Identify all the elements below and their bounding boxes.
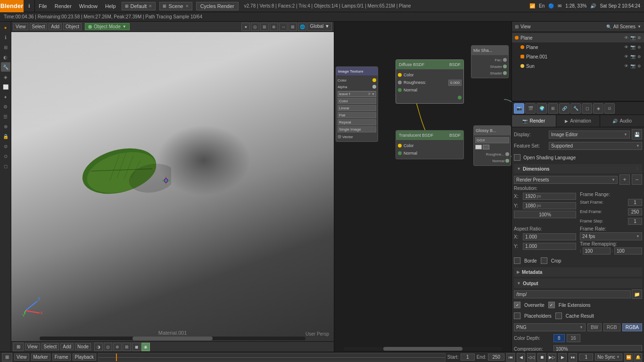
- output-header[interactable]: ▼ Output: [514, 279, 642, 288]
- timeline-icon-r2[interactable]: 🔔: [634, 353, 642, 362]
- sidebar-icon-15[interactable]: ◻: [1, 161, 10, 171]
- view-menu-icon[interactable]: ⊞: [13, 343, 24, 351]
- compression-value[interactable]: 100%: [553, 345, 642, 352]
- scene-close[interactable]: ✕: [185, 4, 189, 8]
- viewport-scrollbar-x[interactable]: [40, 337, 305, 340]
- node-editor-content[interactable]: Image Texture Color Alpha le: [334, 22, 512, 352]
- menu-window[interactable]: Window: [75, 0, 101, 12]
- frame-step-value[interactable]: 1: [628, 218, 642, 225]
- time-remap-new[interactable]: 100: [614, 247, 642, 255]
- it-repeat[interactable]: Repeat: [338, 119, 376, 125]
- playback-jump-start[interactable]: ⏮: [506, 353, 515, 362]
- sidebar-icon-10[interactable]: ☰: [1, 112, 10, 121]
- vp-icon-5[interactable]: ↔: [279, 23, 288, 31]
- timeline-icon[interactable]: ⊞: [2, 353, 12, 362]
- sidebar-icon-11[interactable]: ⊕: [1, 122, 10, 131]
- crop-checkbox[interactable]: [541, 257, 547, 264]
- scene-item-plane-root[interactable]: Plane 👁 📷 ⊕: [512, 33, 644, 42]
- search-icon[interactable]: 🔍: [606, 25, 611, 29]
- playback-play-back[interactable]: ◁◁: [527, 353, 536, 362]
- prop-icon-object[interactable]: ⊞: [548, 103, 558, 114]
- image-texture-panel[interactable]: Image Texture Color Alpha le: [336, 66, 378, 142]
- prop-icon-modifier[interactable]: 🔧: [570, 103, 581, 114]
- rgb-btn[interactable]: RGB: [603, 323, 620, 331]
- res-y-value[interactable]: 1080 px: [523, 202, 576, 209]
- timeline-frame-menu[interactable]: Frame: [52, 354, 71, 361]
- scene-selector[interactable]: ⊞ Scene ✕: [159, 2, 192, 10]
- sidebar-icon-6[interactable]: ◈: [1, 72, 10, 82]
- file-ext-checkbox[interactable]: ✓: [548, 302, 555, 308]
- color-depth-16[interactable]: 16: [567, 334, 580, 342]
- bottom-add-menu[interactable]: Add: [60, 343, 74, 350]
- sidebar-icon-4[interactable]: ◐: [1, 52, 10, 62]
- it-single-image[interactable]: Single Image: [338, 126, 376, 132]
- playback-prev-frame[interactable]: ◀: [517, 353, 525, 362]
- select-menu[interactable]: Select: [30, 23, 48, 30]
- it-leaf-btn[interactable]: leave f F ▼: [338, 91, 376, 97]
- sidebar-icon-5[interactable]: 🔧: [1, 62, 10, 72]
- rgba-btn[interactable]: RGBA: [622, 323, 642, 331]
- prop-icon-constraint[interactable]: 🔗: [559, 103, 570, 114]
- bottom-select-menu[interactable]: Select: [41, 343, 59, 350]
- timeline-icon-r1[interactable]: ⏩: [624, 353, 633, 362]
- node-scrollbar-x[interactable]: [344, 347, 502, 351]
- viewport-render[interactable]: Z X Y User Persp Material.001: [11, 32, 334, 341]
- all-scenes-label[interactable]: All Scenes: [613, 24, 636, 29]
- frame-number-field[interactable]: 1: [579, 354, 593, 361]
- global-selector[interactable]: Global ▼: [307, 23, 332, 31]
- vp-icon-7[interactable]: 🌐: [298, 23, 306, 31]
- prop-icon-render[interactable]: 📷: [514, 103, 524, 114]
- end-frame-value[interactable]: 250: [628, 208, 642, 215]
- playback-next-frame[interactable]: ▶: [558, 353, 567, 362]
- open-shading-checkbox[interactable]: [514, 154, 520, 161]
- bw-btn[interactable]: BW: [587, 323, 602, 331]
- bottom-node-menu[interactable]: Node: [75, 343, 91, 350]
- node-icon-3[interactable]: ⊕: [113, 343, 122, 351]
- dimensions-header[interactable]: ▼ Dimensions ⋮: [514, 164, 642, 173]
- output-folder-btn[interactable]: 📁: [632, 289, 642, 299]
- playback-jump-end[interactable]: ⏭: [569, 353, 577, 362]
- sidebar-icon-7[interactable]: ⬜: [1, 82, 10, 91]
- mix-shader-node[interactable]: Mix Sha... Fac: Shader Shader: [471, 45, 509, 78]
- outliner-view-label[interactable]: View: [520, 24, 531, 29]
- sidebar-icon-2[interactable]: ℹ: [1, 33, 10, 42]
- sidebar-icon-3[interactable]: ⊞: [1, 42, 10, 52]
- sidebar-icon-9[interactable]: ⚙: [1, 102, 10, 111]
- playback-stop[interactable]: ⏹: [537, 353, 546, 362]
- sidebar-icon-14[interactable]: ⊙: [1, 151, 10, 161]
- render-presets-select[interactable]: Render Presets ▼: [514, 176, 618, 184]
- timeline-view-menu[interactable]: View: [14, 354, 29, 361]
- diffuse-bsdf-node[interactable]: Diffuse BSDF BSDF Color Roughness: 0.000: [396, 59, 464, 104]
- translucent-bsdf-node[interactable]: Translucent BSDF BSDF Color Normal: [396, 130, 464, 159]
- dimensions-more-icon[interactable]: ⋮: [635, 166, 639, 171]
- presets-add-btn[interactable]: +: [619, 174, 630, 185]
- prop-icon-particles[interactable]: ⊙: [604, 103, 615, 114]
- menu-render[interactable]: Render: [51, 0, 75, 12]
- bottom-view-menu[interactable]: View: [25, 343, 40, 350]
- prop-icon-data[interactable]: ◻: [582, 103, 592, 114]
- glossy-node[interactable]: Glossy B... GGX Roughne... N: [473, 125, 511, 166]
- timeline-marker-menu[interactable]: Marker: [31, 354, 50, 361]
- it-linear[interactable]: Linear: [338, 105, 376, 111]
- add-menu[interactable]: Add: [49, 23, 62, 30]
- color-depth-8[interactable]: 8: [553, 334, 565, 342]
- node-icon-6[interactable]: ◉: [141, 343, 150, 351]
- presets-remove-btn[interactable]: −: [632, 174, 642, 185]
- engine-selector[interactable]: Cycles Render: [196, 2, 239, 10]
- all-scenes-arrow[interactable]: ▼: [637, 25, 641, 29]
- overwrite-checkbox[interactable]: ✓: [514, 302, 520, 308]
- tab-animation[interactable]: ▶ Animation: [556, 115, 601, 127]
- node-icon-1[interactable]: ◑: [94, 343, 103, 351]
- icon-btn-info[interactable]: ℹ: [24, 0, 35, 12]
- feature-set-value[interactable]: Supported ▼: [549, 142, 642, 150]
- node-icon-4[interactable]: ⊠: [123, 343, 131, 351]
- sidebar-icon-1[interactable]: ●: [1, 23, 10, 32]
- start-value[interactable]: 1: [461, 354, 475, 361]
- display-save-btn[interactable]: 💾: [632, 129, 642, 140]
- layout-close[interactable]: ✕: [149, 4, 152, 8]
- object-menu[interactable]: Object: [63, 23, 82, 30]
- placeholders-checkbox[interactable]: [514, 313, 520, 319]
- metadata-header[interactable]: ▶ Metadata: [514, 267, 642, 277]
- aspect-x-value[interactable]: 1.000: [523, 233, 576, 240]
- scene-item-sun[interactable]: Sun 👁 📷 ⊕: [512, 61, 644, 71]
